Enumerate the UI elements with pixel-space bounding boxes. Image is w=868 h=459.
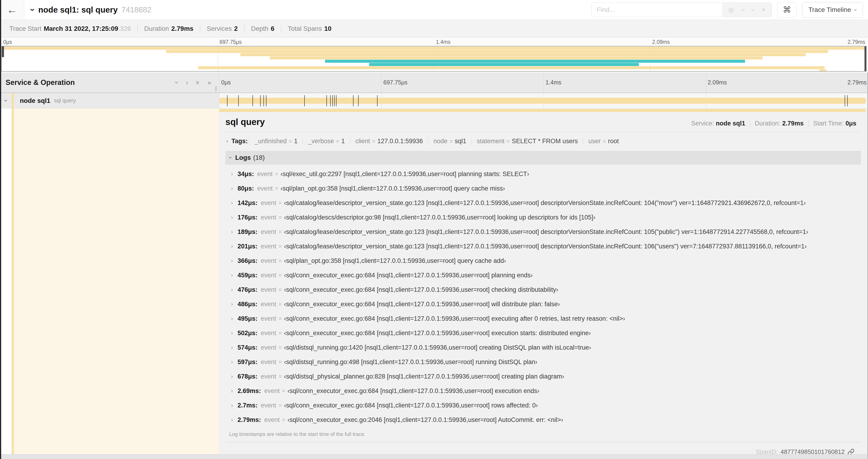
log-field-value: ‹sql/plan_opt.go:358 [nsql1,client=127.0… bbox=[284, 257, 506, 264]
log-expand-chevron-icon[interactable]: › bbox=[229, 200, 235, 206]
equals-sign: = bbox=[275, 186, 278, 192]
logs-header[interactable]: › Logs (18) bbox=[225, 151, 861, 164]
log-row[interactable]: ›597μs:event=‹sql/distsql_running.go:498… bbox=[225, 355, 861, 369]
log-timestamp: 678μs: bbox=[238, 373, 257, 380]
tags-expand-chevron-icon[interactable]: › bbox=[226, 138, 228, 144]
log-row[interactable]: ›201μs:event=‹sql/catalog/lease/descript… bbox=[225, 239, 861, 254]
expand-one-icon[interactable]: › bbox=[186, 79, 188, 86]
log-row[interactable]: ›34μs:event=‹sql/exec_util.go:2297 [nsql… bbox=[225, 167, 861, 181]
tag-item[interactable]: _unfinished=1 bbox=[249, 138, 303, 145]
trace-collapse-chevron-icon[interactable]: › bbox=[28, 8, 37, 11]
tag-item[interactable]: user=root bbox=[583, 138, 624, 145]
ruler-tick-label: 2.09ms bbox=[652, 39, 670, 45]
log-field-key: event bbox=[261, 257, 276, 264]
log-expand-chevron-icon[interactable]: › bbox=[229, 316, 235, 322]
find-prev-icon[interactable]: › bbox=[739, 9, 746, 11]
log-expand-chevron-icon[interactable]: › bbox=[229, 388, 235, 394]
log-expand-chevron-icon[interactable]: › bbox=[229, 229, 235, 235]
span-name-cell[interactable]: › node sql1 sql query bbox=[0, 93, 219, 108]
tag-item[interactable]: _verbose=1 bbox=[303, 138, 350, 145]
stat-item: Total Spans10 bbox=[281, 25, 338, 32]
log-row[interactable]: ›502μs:event=‹sql/conn_executor_exec.go:… bbox=[225, 326, 861, 340]
minimap-span-bar bbox=[819, 69, 827, 72]
column-resize-grip[interactable]: ∥ bbox=[215, 86, 217, 92]
tag-value: 1 bbox=[341, 138, 345, 144]
log-row[interactable]: ›2.69ms:event=‹sql/conn_executor_exec.go… bbox=[225, 384, 861, 398]
tag-item[interactable]: client=127.0.0.1:59936 bbox=[350, 138, 428, 145]
log-marker bbox=[266, 95, 267, 106]
view-dropdown-button[interactable]: Trace Timeline › bbox=[802, 2, 863, 18]
log-field-key: event bbox=[261, 402, 276, 409]
log-row[interactable]: ›495μs:event=‹sql/conn_executor_exec.go:… bbox=[225, 312, 861, 326]
log-expand-chevron-icon[interactable]: › bbox=[229, 186, 235, 192]
log-expand-chevron-icon[interactable]: › bbox=[229, 345, 235, 351]
locate-icon[interactable]: ◎ bbox=[728, 6, 734, 13]
log-expand-chevron-icon[interactable]: › bbox=[229, 287, 235, 293]
log-field-value: ‹sql/conn_executor_exec.go:2046 [nsql1,c… bbox=[287, 416, 563, 424]
log-field-value: ‹sql/conn_executor_exec.go:684 [nsql1,cl… bbox=[284, 330, 591, 337]
log-expand-chevron-icon[interactable]: › bbox=[229, 373, 235, 380]
logs-collapse-chevron-icon[interactable]: › bbox=[227, 157, 234, 159]
minimap-span-bar bbox=[369, 63, 639, 66]
log-expand-chevron-icon[interactable]: › bbox=[229, 417, 235, 423]
collapse-one-icon[interactable]: › bbox=[173, 81, 181, 84]
log-row[interactable]: ›2.7ms:event=‹sql/conn_executor_exec.go:… bbox=[225, 398, 861, 413]
collapse-all-icon[interactable]: » bbox=[194, 81, 202, 85]
log-marker bbox=[304, 95, 305, 106]
span-expand-chevron-icon[interactable]: › bbox=[3, 95, 9, 107]
log-row[interactable]: ›486μs:event=‹sql/conn_executor_exec.go:… bbox=[225, 297, 861, 312]
log-row[interactable]: ›476μs:event=‹sql/conn_executor_exec.go:… bbox=[225, 283, 861, 297]
stat-label: Depth bbox=[251, 25, 269, 32]
detail-header: sql query Service:node sql1 Duration:2.7… bbox=[225, 117, 861, 127]
stat-item: Trace StartMarch 31 2022, 17:25:09.326 bbox=[3, 25, 137, 32]
log-expand-chevron-icon[interactable]: › bbox=[229, 301, 235, 307]
ruler-tick-label: 697.75μs bbox=[220, 39, 242, 45]
minimap-right-drag-handle[interactable] bbox=[865, 46, 866, 71]
find-clear-icon[interactable]: × bbox=[762, 6, 766, 13]
keyboard-shortcuts-button[interactable]: ⌘ bbox=[777, 2, 797, 18]
log-expand-chevron-icon[interactable]: › bbox=[229, 359, 235, 365]
log-expand-chevron-icon[interactable]: › bbox=[229, 258, 235, 264]
log-expand-chevron-icon[interactable]: › bbox=[229, 171, 235, 177]
log-row[interactable]: ›678μs:event=‹sql/distsql_physical_plann… bbox=[225, 369, 861, 384]
log-expand-chevron-icon[interactable]: › bbox=[229, 214, 235, 221]
minimap-canvas[interactable] bbox=[1, 46, 867, 72]
span-service-name: node sql1 bbox=[20, 97, 51, 104]
find-group: ◎ › › × bbox=[591, 3, 772, 17]
stat-value: March 31 2022, 17:25:09.326 bbox=[43, 25, 131, 32]
log-row[interactable]: ›2.79ms:event=‹sql/conn_executor_exec.go… bbox=[225, 413, 861, 427]
span-row[interactable]: › node sql1 sql query bbox=[0, 93, 868, 108]
log-rows: ›34μs:event=‹sql/exec_util.go:2297 [nsql… bbox=[225, 164, 861, 427]
minimap-left-drag-handle[interactable] bbox=[2, 46, 4, 57]
timeline-minimap[interactable]: 0μs697.75μs1.4ms2.09ms2.79ms bbox=[0, 38, 868, 72]
log-row[interactable]: ›176μs:event=‹sql/catalog/descs/descript… bbox=[225, 210, 861, 225]
log-timestamp: 459μs: bbox=[238, 272, 257, 279]
log-row[interactable]: ›366μs:event=‹sql/plan_opt.go:358 [nsql1… bbox=[225, 254, 861, 268]
log-row[interactable]: ›459μs:event=‹sql/conn_executor_exec.go:… bbox=[225, 268, 861, 283]
find-input[interactable] bbox=[591, 3, 722, 17]
log-expand-chevron-icon[interactable]: › bbox=[229, 272, 235, 278]
span-duration-bar[interactable] bbox=[219, 98, 866, 104]
trace-timeline-page: ← › node sql1: sql query 7418682 ◎ › › ×… bbox=[0, 0, 868, 459]
expand-all-icon[interactable]: » bbox=[208, 79, 211, 86]
span-timeline-cell[interactable] bbox=[219, 93, 868, 108]
deep-link-icon[interactable] bbox=[847, 449, 855, 455]
bottom-scrollbar-strip[interactable] bbox=[0, 454, 868, 459]
tag-item[interactable]: node=sql1 bbox=[428, 138, 471, 145]
logs-title: Logs bbox=[235, 154, 251, 161]
log-expand-chevron-icon[interactable]: › bbox=[229, 402, 235, 408]
equals-sign: = bbox=[603, 138, 606, 144]
log-row[interactable]: ›574μs:event=‹sql/distsql_running.go:142… bbox=[225, 340, 861, 355]
equals-sign: = bbox=[506, 138, 509, 144]
log-expand-chevron-icon[interactable]: › bbox=[229, 243, 235, 250]
back-button[interactable]: ← bbox=[0, 0, 24, 20]
log-row[interactable]: ›189μs:event=‹sql/catalog/lease/descript… bbox=[225, 225, 861, 239]
stat-label: Duration bbox=[144, 25, 169, 32]
log-row[interactable]: ›80μs:event=‹sql/plan_opt.go:358 [nsql1,… bbox=[225, 181, 861, 196]
tag-item[interactable]: statement=SELECT * FROM users bbox=[471, 138, 583, 145]
tags-row[interactable]: › Tags: _unfinished=1_verbose=1client=12… bbox=[225, 138, 861, 145]
minimap-span-bar bbox=[325, 60, 745, 63]
find-next-icon[interactable]: › bbox=[749, 9, 756, 11]
log-expand-chevron-icon[interactable]: › bbox=[229, 330, 235, 336]
log-row[interactable]: ›142μs:event=‹sql/catalog/lease/descript… bbox=[225, 196, 861, 210]
